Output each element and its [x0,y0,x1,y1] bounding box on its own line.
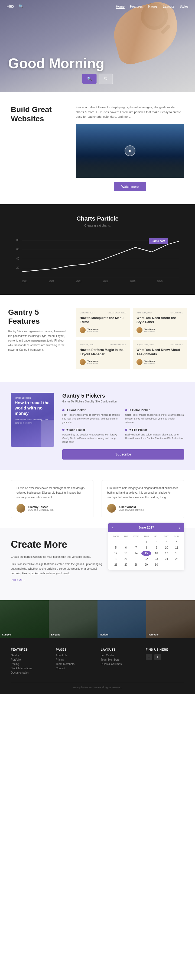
testimonial-1-text: Flux is an excellent choice for photogra… [16,486,88,500]
nav-link-pages[interactable]: Pages [148,5,157,8]
nav-item-pages[interactable]: Pages [148,4,157,9]
card-2-author-title: About Author [144,331,183,332]
cal-day[interactable]: 22 [141,557,151,562]
footer-link-block-interactions[interactable]: Block Interactions [11,667,49,670]
footer-link-documentation[interactable]: Documentation [11,671,49,674]
card-2-date: June 29th, 2017 [136,312,152,314]
cal-day[interactable]: 24 [162,557,171,562]
footer-link-left-center[interactable]: Left Center [101,654,139,657]
cal-day[interactable]: 7 [131,545,141,550]
cal-day[interactable]: 6 [121,545,131,550]
testimonial-2-info: Albert Arnold CEO of a Company Inc. [118,506,144,511]
nav-link-layouts[interactable]: Layouts [163,5,174,8]
cal-day[interactable]: 13 [121,551,131,556]
gallery-overlay-1 [0,600,49,638]
footer-link-team[interactable]: Team Members [56,663,94,665]
nav-link-features[interactable]: Features [130,5,143,8]
nav-link-styles[interactable]: Styles [179,5,189,8]
cal-day[interactable]: 8 [141,545,151,550]
cal-day[interactable]: 2 [152,539,161,544]
cal-day[interactable]: 20 [121,557,131,562]
watch-more-button[interactable]: Watch more [114,182,146,191]
cal-day[interactable]: 3 [162,539,171,544]
hero-shield-button[interactable]: 🛡 [99,74,113,84]
hero-search-bar: 🔍 🛡 [82,74,113,84]
facebook-icon[interactable]: f [146,654,152,660]
picker-dot-font [62,409,64,411]
twitter-icon[interactable]: t [154,654,161,660]
footer-col-layouts: LAYOUTS Left Center Team Members Rules &… [101,648,139,676]
nav-item-layouts[interactable]: Layouts [163,4,174,9]
picker-icon-desc: Powered by the popular font Awesome icon… [62,433,121,444]
svg-text:2008: 2008 [76,280,81,283]
cal-day[interactable]: 26 [111,562,120,567]
cal-day[interactable]: 14 [131,551,141,556]
footer-link-rules-columns[interactable]: Rules & Columns [101,663,139,665]
footer-link-contact[interactable]: Contact [56,667,94,670]
shield-icon: 🛡 [104,76,108,81]
subscribe-button[interactable]: Subscribe [62,449,184,460]
cal-day [131,539,141,544]
nav-logo[interactable]: Flux [6,4,14,8]
cal-day[interactable]: 29 [141,562,151,567]
footer-link-pricing-pages[interactable]: Pricing [56,658,94,661]
nav-item-home[interactable]: Home [116,4,125,9]
charts-title: Charts Particle [11,215,184,222]
cal-day[interactable]: 17 [162,551,171,556]
footer-link-gantry5[interactable]: Gantry 5 [11,654,49,657]
gallery-item-2[interactable]: Elegant [49,600,98,638]
cal-header-sat: SAT [161,535,171,538]
chart-area: 80 60 40 20 2000 2004 2008 2012 2016 202… [11,235,184,284]
nav-link-home[interactable]: Home [116,5,125,9]
gallery-label-1: Sample [2,633,11,636]
card-4-category: SHOWCASE [170,344,183,346]
cal-day[interactable]: 25 [172,557,181,562]
nav-item-styles[interactable]: Styles [179,4,189,9]
gantry-features-cards: May 29th, 2017 UNCATEGORIZED How to Mani… [76,308,187,369]
cal-day[interactable]: 23 [152,557,161,562]
gallery-item-1[interactable]: Sample [0,600,49,638]
feature-card-1: May 29th, 2017 UNCATEGORIZED How to Mani… [76,308,130,337]
cal-day[interactable]: 15 [141,551,151,556]
footer-link-team-members[interactable]: Team Members [101,658,139,661]
cal-header-tue: TUE [121,535,131,538]
cal-day[interactable]: 19 [111,557,120,562]
cal-day [111,539,120,544]
video-embed[interactable] [76,124,184,178]
play-button[interactable] [125,145,136,156]
pick-it-up-link[interactable]: Pick it Up → [11,578,184,581]
cal-day[interactable]: 10 [162,545,171,550]
card-2-author-name: Your Name [144,328,183,331]
calendar-prev-button[interactable]: ‹ [112,525,113,530]
search-icon[interactable]: 🔍 [19,4,23,8]
charts-section: Charts Particle Create great charts. 80 … [0,204,195,295]
cal-day[interactable]: 12 [111,551,120,556]
hero-search-button[interactable]: 🔍 [82,74,97,84]
cal-day[interactable]: 27 [121,562,131,567]
svg-text:20: 20 [16,266,19,269]
cal-day[interactable]: 1 [141,539,151,544]
footer-link-about[interactable]: About Us [56,654,94,657]
card-2-title: What You Need About the Style Panel [136,316,183,325]
card-1-date: May 29th, 2017 [80,312,94,314]
cal-day[interactable]: 16 [152,551,161,556]
nav-item-features[interactable]: Features [130,4,143,9]
picker-color-desc: Color Picker makes choosing colors for y… [125,413,184,424]
cal-day[interactable]: 18 [172,551,181,556]
cal-day[interactable]: 28 [131,562,141,567]
footer-link-pricing-features[interactable]: Pricing [11,663,49,665]
cal-day[interactable]: 11 [172,545,181,550]
card-3-avatar [80,359,86,365]
cal-day[interactable]: 5 [111,545,120,550]
cal-day[interactable]: 21 [131,557,141,562]
gallery-item-4[interactable]: Versatile [146,600,195,638]
cal-day[interactable]: 9 [152,545,161,550]
cal-day[interactable]: 4 [172,539,181,544]
calendar-next-button[interactable]: › [179,525,181,530]
gallery-item-3[interactable]: Modern [98,600,146,638]
footer-bottom: Gantry by RocketTheme • All rights reser… [11,682,184,689]
picker-font-desc: Font Picker enables you to preview hundr… [62,413,121,424]
card-2-category: SHOWCASE [170,312,183,314]
footer-link-portfolio[interactable]: Portfolio [11,658,49,661]
cal-day[interactable]: 30 [152,562,161,567]
